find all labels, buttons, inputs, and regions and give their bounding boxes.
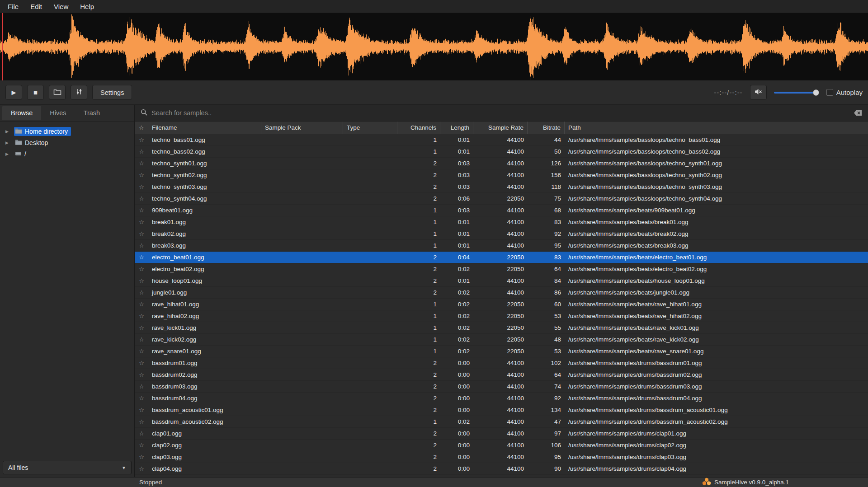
volume-slider-handle[interactable]	[813, 89, 819, 96]
table-row[interactable]: ☆techno_synth04.ogg20:062205075/usr/shar…	[135, 193, 868, 205]
table-row[interactable]: ☆jungle01.ogg20:024410086/usr/share/lmms…	[135, 287, 868, 299]
favorite-star-icon[interactable]: ☆	[135, 254, 148, 261]
favorite-star-icon[interactable]: ☆	[135, 395, 148, 402]
menu-edit[interactable]: Edit	[24, 0, 48, 13]
mute-button[interactable]	[750, 85, 767, 100]
favorite-star-icon[interactable]: ☆	[135, 371, 148, 378]
favorite-star-icon[interactable]: ☆	[135, 454, 148, 460]
favorite-star-icon[interactable]: ☆	[135, 277, 148, 284]
favorite-star-icon[interactable]: ☆	[135, 289, 148, 296]
table-row[interactable]: ☆techno_synth03.ogg20:0344100118/usr/sha…	[135, 181, 868, 193]
waveform-display[interactable]	[0, 13, 868, 80]
tree-item-root[interactable]: ▶ /	[0, 148, 134, 159]
tab-browse[interactable]: Browse	[2, 106, 41, 120]
table-row[interactable]: ☆techno_synth02.ogg20:0344100156/usr/sha…	[135, 169, 868, 181]
tune-button[interactable]	[71, 85, 87, 100]
table-row[interactable]: ☆bassdrum_acoustic01.ogg20:0044100134/us…	[135, 404, 868, 416]
table-row[interactable]: ☆bassdrum02.ogg20:004410064/usr/share/lm…	[135, 369, 868, 381]
favorite-star-icon[interactable]: ☆	[135, 195, 148, 202]
menu-file[interactable]: File	[2, 0, 24, 13]
favorite-star-icon[interactable]: ☆	[135, 136, 148, 143]
file-filter-dropdown[interactable]: All files ▼	[3, 461, 132, 474]
table-row[interactable]: ☆electro_beat02.ogg20:022205064/usr/shar…	[135, 263, 868, 275]
table-row[interactable]: ☆clap01.ogg20:004410097/usr/share/lmms/s…	[135, 428, 868, 440]
favorite-star-icon[interactable]: ☆	[135, 360, 148, 366]
favorite-star-icon[interactable]: ☆	[135, 348, 148, 355]
play-button[interactable]: ▶	[5, 85, 22, 100]
favorite-star-icon[interactable]: ☆	[135, 148, 148, 155]
length-cell: 0:00	[440, 383, 473, 390]
column-header-favorite[interactable]: ☆	[135, 122, 148, 134]
menu-view[interactable]: View	[48, 0, 74, 13]
settings-button[interactable]: Settings	[92, 85, 132, 100]
favorite-star-icon[interactable]: ☆	[135, 230, 148, 237]
folder-icon	[15, 139, 22, 146]
table-row[interactable]: ☆909beat01.ogg10:034410068/usr/share/lmm…	[135, 205, 868, 216]
table-row[interactable]: ☆rave_hihat02.ogg10:022205053/usr/share/…	[135, 310, 868, 322]
favorite-star-icon[interactable]: ☆	[135, 407, 148, 413]
favorite-star-icon[interactable]: ☆	[135, 242, 148, 249]
favorite-star-icon[interactable]: ☆	[135, 301, 148, 308]
table-row[interactable]: ☆break01.ogg10:014410083/usr/share/lmms/…	[135, 216, 868, 228]
favorite-star-icon[interactable]: ☆	[135, 418, 148, 425]
column-header-sample-pack[interactable]: Sample Pack	[261, 122, 343, 134]
favorite-star-icon[interactable]: ☆	[135, 383, 148, 390]
search-input[interactable]	[151, 109, 849, 117]
favorite-star-icon[interactable]: ☆	[135, 336, 148, 343]
sample-rate-cell: 44100	[473, 395, 528, 402]
table-row[interactable]: ☆rave_snare01.ogg10:022205053/usr/share/…	[135, 346, 868, 357]
tree-item-home-directory[interactable]: ▶ Home directory	[0, 126, 134, 137]
expander-arrow-icon[interactable]: ▶	[5, 129, 14, 134]
tree-item-desktop[interactable]: ▶ Desktop	[0, 137, 134, 148]
stop-button[interactable]: ■	[27, 85, 44, 100]
column-header-channels[interactable]: Channels	[397, 122, 440, 134]
column-header-filename[interactable]: Filename	[148, 122, 261, 134]
favorite-star-icon[interactable]: ☆	[135, 465, 148, 472]
column-header-bitrate[interactable]: Bitrate	[528, 122, 565, 134]
favorite-star-icon[interactable]: ☆	[135, 219, 148, 225]
length-cell: 0:01	[440, 277, 473, 284]
table-row[interactable]: ☆techno_synth01.ogg20:0344100126/usr/sha…	[135, 158, 868, 169]
channels-cell: 2	[397, 454, 440, 460]
volume-slider-track[interactable]	[774, 92, 819, 94]
column-header-type[interactable]: Type	[343, 122, 397, 134]
column-header-path[interactable]: Path	[565, 122, 868, 134]
sample-rate-cell: 44100	[473, 230, 528, 237]
table-row[interactable]: ☆rave_kick01.ogg10:022205055/usr/share/l…	[135, 322, 868, 334]
table-row[interactable]: ☆electro_beat01.ogg20:042205083/usr/shar…	[135, 252, 868, 263]
column-header-length[interactable]: Length	[440, 122, 473, 134]
favorite-star-icon[interactable]: ☆	[135, 442, 148, 449]
favorite-star-icon[interactable]: ☆	[135, 266, 148, 272]
table-row[interactable]: ☆clap02.ogg20:0044100106/usr/share/lmms/…	[135, 440, 868, 451]
volume-slider[interactable]	[774, 89, 819, 96]
table-row[interactable]: ☆rave_hihat01.ogg10:022205060/usr/share/…	[135, 299, 868, 310]
autoplay-checkbox[interactable]	[826, 89, 833, 96]
table-row[interactable]: ☆techno_bass01.ogg10:014410044/usr/share…	[135, 134, 868, 146]
clear-search-icon[interactable]	[854, 110, 862, 116]
favorite-star-icon[interactable]: ☆	[135, 207, 148, 214]
table-row[interactable]: ☆bassdrum03.ogg20:004410074/usr/share/lm…	[135, 381, 868, 393]
table-row[interactable]: ☆bassdrum01.ogg20:0044100102/usr/share/l…	[135, 357, 868, 369]
table-row[interactable]: ☆break02.ogg10:014410092/usr/share/lmms/…	[135, 228, 868, 240]
table-row[interactable]: ☆rave_kick02.ogg10:022205048/usr/share/l…	[135, 334, 868, 346]
table-row[interactable]: ☆break03.ogg10:014410095/usr/share/lmms/…	[135, 240, 868, 252]
favorite-star-icon[interactable]: ☆	[135, 313, 148, 319]
loop-button[interactable]	[49, 85, 66, 100]
menu-help[interactable]: Help	[74, 0, 100, 13]
tab-hives[interactable]: Hives	[41, 106, 75, 120]
favorite-star-icon[interactable]: ☆	[135, 172, 148, 178]
favorite-star-icon[interactable]: ☆	[135, 160, 148, 167]
column-header-sample-rate[interactable]: Sample Rate	[473, 122, 528, 134]
favorite-star-icon[interactable]: ☆	[135, 430, 148, 437]
expander-arrow-icon[interactable]: ▶	[5, 152, 14, 156]
favorite-star-icon[interactable]: ☆	[135, 324, 148, 331]
table-row[interactable]: ☆bassdrum_acoustic02.ogg10:024410047/usr…	[135, 416, 868, 428]
table-row[interactable]: ☆clap03.ogg20:004410095/usr/share/lmms/s…	[135, 451, 868, 463]
table-row[interactable]: ☆house_loop01.ogg20:014410084/usr/share/…	[135, 275, 868, 287]
tab-trash[interactable]: Trash	[75, 106, 109, 120]
favorite-star-icon[interactable]: ☆	[135, 183, 148, 190]
table-row[interactable]: ☆techno_bass02.ogg10:014410050/usr/share…	[135, 146, 868, 158]
table-row[interactable]: ☆bassdrum04.ogg20:004410092/usr/share/lm…	[135, 393, 868, 404]
expander-arrow-icon[interactable]: ▶	[5, 140, 14, 145]
table-row[interactable]: ☆clap04.ogg20:004410090/usr/share/lmms/s…	[135, 463, 868, 475]
